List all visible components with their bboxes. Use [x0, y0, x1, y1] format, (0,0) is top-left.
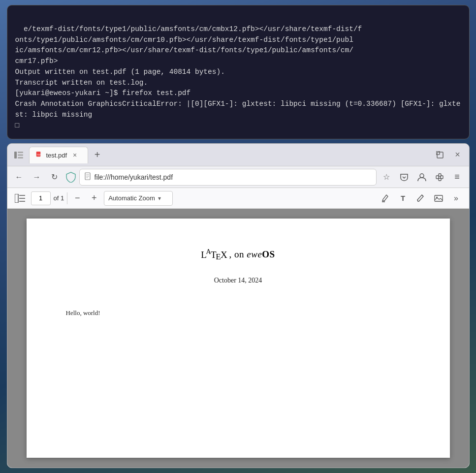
sidebar-icon: [14, 152, 23, 158]
tab-label: test.pdf: [46, 152, 67, 159]
zoom-in-icon: +: [92, 193, 97, 203]
maximize-icon: [436, 151, 444, 159]
new-tab-btn[interactable]: +: [90, 148, 105, 162]
title-separator: , on: [229, 250, 247, 260]
page-number-input[interactable]: [31, 191, 51, 205]
tab-bar: PDF test.pdf × +: [29, 147, 430, 163]
window-maximize-btn[interactable]: [433, 148, 447, 162]
pdf-more-btn[interactable]: »: [448, 190, 464, 206]
sidebar-toggle-window-btn[interactable]: [11, 148, 26, 162]
pdf-sidebar-icon: [15, 194, 26, 203]
terminal-content: e/texmf-dist/fonts/type1/public/amsfonts…: [15, 25, 461, 129]
pdf-tab-icon: PDF: [35, 152, 42, 158]
svg-rect-23: [435, 195, 443, 201]
zoom-label: Automatic Zoom: [108, 194, 155, 202]
pocket-icon: [400, 173, 409, 182]
pdf-content: LATEX , on eweOS October 14, 2024 Hello,…: [7, 209, 469, 468]
svg-rect-2: [18, 154, 23, 156]
refresh-icon: ↻: [51, 172, 58, 182]
svg-point-12: [420, 174, 424, 178]
eweos-brand: eweOS: [247, 250, 275, 260]
page-count: of 1: [54, 194, 64, 202]
star-icon: ☆: [383, 172, 390, 182]
tab-test-pdf[interactable]: PDF test.pdf ×: [29, 147, 88, 163]
pdf-page-title: LATEX , on eweOS: [201, 248, 275, 261]
image-tool-btn[interactable]: [431, 190, 446, 206]
latex-logo: LATEX: [201, 250, 229, 260]
bookmark-btn[interactable]: ☆: [379, 169, 394, 185]
account-icon: [417, 173, 426, 182]
svg-rect-7: [436, 151, 440, 155]
browser-window: PDF test.pdf × + × ← →: [7, 143, 470, 468]
back-icon: ←: [15, 173, 23, 182]
browser-titlebar: PDF test.pdf × + ×: [7, 144, 469, 166]
account-btn[interactable]: [414, 169, 430, 185]
close-icon: ×: [455, 150, 460, 160]
svg-rect-0: [14, 152, 17, 158]
pdf-sidebar-toggle-btn[interactable]: [12, 190, 28, 206]
separator: [67, 192, 67, 204]
zoom-in-btn[interactable]: +: [87, 191, 101, 205]
text-tool-btn[interactable]: T: [395, 190, 411, 206]
pdf-page: LATEX , on eweOS October 14, 2024 Hello,…: [27, 219, 450, 458]
svg-text:PDF: PDF: [37, 154, 41, 156]
pocket-btn[interactable]: [396, 169, 412, 185]
chevron-down-icon: ▾: [158, 195, 161, 202]
address-input[interactable]: [95, 173, 371, 181]
shield-icon: [64, 171, 77, 184]
pdf-body: Hello, world!: [66, 309, 100, 317]
draw-tool-btn[interactable]: [413, 190, 429, 206]
draw-icon: [416, 194, 425, 203]
zoom-select[interactable]: Automatic Zoom ▾: [104, 191, 173, 206]
terminal-window: e/texmf-dist/fonts/type1/public/amsfonts…: [7, 5, 470, 139]
window-close-btn[interactable]: ×: [450, 148, 465, 162]
menu-icon: ≡: [454, 172, 460, 182]
svg-rect-3: [18, 157, 23, 158]
svg-rect-13: [436, 176, 439, 179]
more-icon: »: [454, 194, 458, 203]
extension-btn[interactable]: [432, 169, 447, 185]
svg-rect-17: [15, 194, 18, 203]
highlight-tool-btn[interactable]: [378, 190, 393, 206]
forward-btn[interactable]: →: [29, 169, 45, 185]
svg-rect-1: [18, 152, 23, 153]
page-icon: [85, 172, 92, 182]
svg-rect-6: [437, 152, 443, 158]
pdf-tools-right: T »: [378, 190, 464, 206]
text-tool-icon: T: [401, 194, 405, 202]
image-icon: [434, 194, 443, 203]
address-bar-container[interactable]: [79, 169, 377, 186]
tab-close-btn[interactable]: ×: [71, 151, 79, 159]
zoom-out-btn[interactable]: −: [70, 191, 84, 205]
zoom-out-icon: −: [75, 193, 80, 203]
browser-navbar: ← → ↻ ☆: [7, 166, 469, 188]
extension-icon: [435, 173, 444, 182]
svg-line-22: [422, 195, 423, 196]
pdf-date: October 14, 2024: [214, 277, 262, 284]
menu-btn[interactable]: ≡: [449, 169, 465, 185]
forward-icon: →: [33, 173, 41, 182]
highlight-icon: [381, 194, 390, 203]
back-btn[interactable]: ←: [11, 169, 27, 185]
pdf-toolbar: of 1 − + Automatic Zoom ▾ T: [7, 188, 469, 209]
refresh-btn[interactable]: ↻: [47, 169, 63, 185]
